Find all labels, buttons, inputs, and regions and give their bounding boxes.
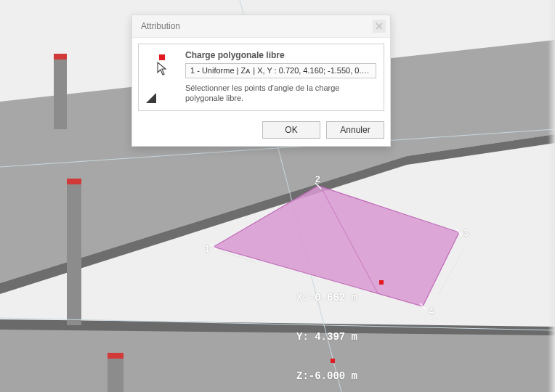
close-icon [376,23,383,30]
dialog-title: Attribution [141,21,180,31]
vertex-label-2: 2 [315,174,320,184]
svg-rect-5 [54,57,67,129]
coord-x: X:-0.662 m [296,291,357,304]
svg-marker-3 [0,328,555,392]
vertex-label-1: 1 [205,244,210,254]
coord-y: Y: 4.397 m [296,330,357,343]
svg-rect-8 [67,179,81,184]
svg-rect-7 [67,181,81,325]
load-type-heading: Charge polygonale libre [185,50,376,60]
pick-marker [379,280,384,285]
ok-button[interactable]: OK [262,121,320,139]
resize-grip-icon [146,93,156,103]
load-type-icon-cell [146,50,178,103]
dialog-fields: Charge polygonale libre 1 - Uniforme | Z… [185,50,376,103]
load-definition-input[interactable]: 1 - Uniforme | Zᴀ | X, Y : 0.720, 4.160;… [185,63,376,78]
vertex-label-4: 4 [429,306,434,317]
load-node-icon [159,54,165,60]
dialog-hint: Sélectionner les points d'angle de la ch… [185,83,376,103]
coordinate-readout: X:-0.662 m Y: 4.397 m Z:-6.000 m [296,265,357,392]
svg-rect-6 [54,54,67,60]
close-button[interactable] [373,20,386,33]
pick-marker [331,359,335,363]
vertex-label-3: 3 [463,228,469,238]
dialog-titlebar[interactable]: Attribution [132,15,390,38]
attribution-dialog: Attribution Charge polygonale libre 1 - [131,15,391,147]
cursor-icon [155,62,169,76]
dialog-body: Charge polygonale libre 1 - Uniforme | Z… [132,38,390,117]
dialog-panel: Charge polygonale libre 1 - Uniforme | Z… [138,44,384,111]
coord-z: Z:-6.000 m [296,369,357,383]
svg-rect-10 [108,353,123,359]
cancel-button[interactable]: Annuler [326,121,384,139]
svg-rect-9 [108,356,123,392]
dialog-buttons: OK Annuler [132,117,390,146]
